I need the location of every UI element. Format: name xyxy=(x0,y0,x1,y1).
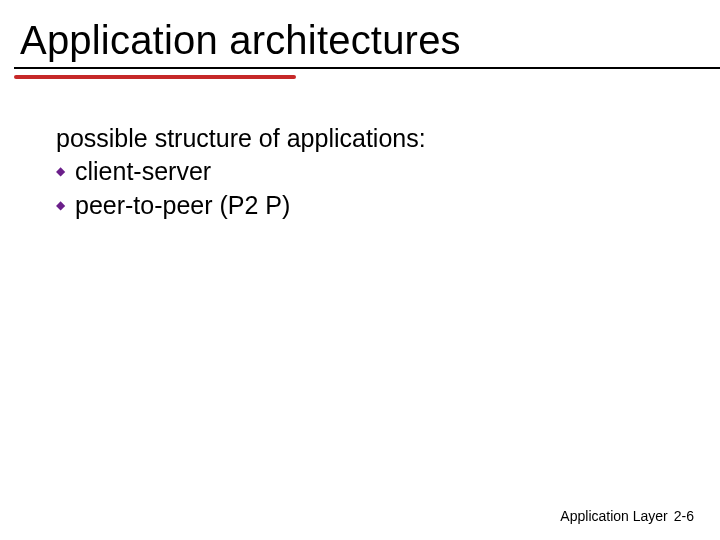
body: possible structure of applications: ◆ cl… xyxy=(56,123,700,221)
list-item-label: client-server xyxy=(75,156,211,187)
slide: Application architectures possible struc… xyxy=(0,0,720,540)
list-item: ◆ client-server xyxy=(56,156,700,187)
slide-title: Application architectures xyxy=(20,18,461,63)
footer-page: 2-6 xyxy=(674,508,694,524)
footer: Application Layer 2-6 xyxy=(560,508,694,524)
diamond-bullet-icon: ◆ xyxy=(56,198,65,213)
title-underline-thin xyxy=(14,67,720,69)
list-item: ◆ peer-to-peer (P2 P) xyxy=(56,190,700,221)
title-wrap: Application architectures xyxy=(20,18,461,63)
diamond-bullet-icon: ◆ xyxy=(56,164,65,179)
footer-section: Application Layer xyxy=(560,508,667,524)
title-underline-red xyxy=(14,75,296,79)
list-item-label: peer-to-peer (P2 P) xyxy=(75,190,290,221)
intro-text: possible structure of applications: xyxy=(56,123,700,154)
